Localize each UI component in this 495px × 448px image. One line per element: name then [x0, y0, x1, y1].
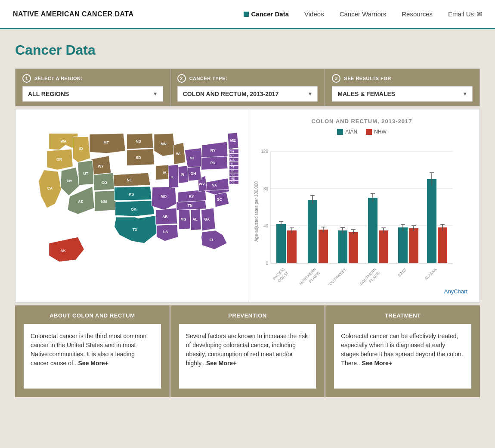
svg-text:WV: WV — [199, 182, 205, 186]
svg-text:AK: AK — [61, 249, 66, 253]
results-filter-number: 3 — [332, 74, 340, 83]
svg-line-99 — [228, 155, 229, 156]
treatment-title: TREATMENT — [334, 312, 471, 319]
nav-cancer-data[interactable]: Cancer Data — [244, 10, 289, 18]
legend-aian: AIAN — [337, 129, 357, 135]
aian-color — [337, 129, 343, 135]
svg-text:EAST: EAST — [397, 267, 408, 277]
bar-northernplains-nhw — [319, 230, 328, 263]
svg-text:IL: IL — [170, 175, 174, 179]
svg-text:RI: RI — [231, 163, 234, 166]
svg-text:NY: NY — [210, 148, 216, 152]
svg-text:NM: NM — [101, 199, 107, 204]
svg-text:IA: IA — [163, 171, 167, 175]
page-title: Cancer Data — [15, 42, 480, 58]
nav-email-us[interactable]: Email Us ✉ — [448, 10, 482, 18]
region-filter-section: 1 SELECT A REGION: ALL REGIONS PACIFIC C… — [15, 69, 170, 106]
svg-text:WY: WY — [98, 164, 104, 168]
svg-text:SD: SD — [136, 156, 141, 160]
svg-text:OH: OH — [191, 171, 196, 176]
filter-bar: 1 SELECT A REGION: ALL REGIONS PACIFIC C… — [15, 68, 480, 106]
info-row: ABOUT COLON AND RECTUM Colorectal cancer… — [15, 305, 480, 397]
svg-text:TX: TX — [133, 227, 137, 232]
svg-text:TN: TN — [188, 203, 193, 208]
region-select-wrapper: ALL REGIONS PACIFIC COAST NORTHERN PLAIN… — [22, 86, 163, 102]
svg-text:AL: AL — [192, 217, 198, 221]
bar-pacific-aian — [276, 224, 286, 263]
bar-east-aian — [398, 227, 408, 263]
chart-legend: AIAN NHW — [253, 129, 471, 135]
bar-alaska-nhw — [438, 227, 447, 263]
results-select-wrapper: MALES & FEMALES MALES FEMALES — [332, 86, 473, 102]
svg-marker-62 — [205, 178, 229, 191]
svg-text:IN: IN — [180, 172, 184, 177]
svg-text:Age-adjusted rates per 100,000: Age-adjusted rates per 100,000 — [254, 181, 259, 242]
svg-text:120: 120 — [261, 149, 268, 154]
cancer-type-select-wrapper: COLON AND RECTUM, 2013-2017 BREAST, 2013… — [177, 86, 318, 102]
svg-text:DE: DE — [231, 174, 235, 177]
email-icon: ✉ — [476, 10, 482, 18]
about-see-more[interactable]: See More+ — [78, 360, 108, 367]
svg-text:PA: PA — [210, 161, 216, 165]
cancer-type-filter-number: 2 — [177, 74, 186, 83]
legend-nhw: NHW — [366, 129, 387, 135]
svg-text:MD: MD — [231, 177, 235, 180]
treatment-content: Colorectal cancer can be effectively tre… — [334, 324, 471, 389]
bar-southernplains-nhw — [379, 230, 388, 263]
svg-text:UT: UT — [84, 171, 89, 176]
svg-text:NE: NE — [127, 178, 132, 182]
svg-text:OK: OK — [131, 207, 137, 212]
chart-panel: COLON AND RECTUM, 2013-2017 AIAN NHW Age… — [248, 109, 480, 302]
svg-text:CA: CA — [47, 186, 53, 190]
results-filter-label: 3 SEE RESULTS FOR — [332, 74, 473, 83]
svg-text:CT: CT — [231, 166, 235, 169]
bar-pacific-nhw — [287, 230, 297, 263]
svg-text:LA: LA — [163, 230, 168, 234]
bar-southwest-nhw — [349, 232, 358, 263]
svg-text:WI: WI — [176, 152, 181, 156]
bar-chart: Age-adjusted rates per 100,000 0 40 80 1… — [253, 138, 459, 285]
us-map[interactable]: WA OR CA ID MT WY ND — [24, 118, 239, 273]
svg-line-100 — [228, 158, 229, 159]
svg-text:ME: ME — [230, 138, 236, 143]
cancer-type-filter-section: 2 CANCER TYPE: COLON AND RECTUM, 2013-20… — [170, 69, 325, 106]
svg-text:SOUTHWEST: SOUTHWEST — [327, 267, 347, 285]
region-select[interactable]: ALL REGIONS PACIFIC COAST NORTHERN PLAIN… — [22, 86, 163, 102]
prevention-title: PREVENTION — [179, 312, 316, 319]
svg-text:ND: ND — [136, 139, 141, 143]
about-content: Colorectal cancer is the third most comm… — [24, 324, 161, 389]
svg-text:VT: VT — [230, 155, 234, 158]
svg-text:CO: CO — [102, 180, 107, 185]
prevention-see-more[interactable]: See More+ — [206, 360, 236, 367]
chart-credit[interactable]: AnyChart — [253, 286, 471, 296]
treatment-see-more[interactable]: See More+ — [362, 360, 392, 367]
info-box-about: ABOUT COLON AND RECTUM Colorectal cancer… — [15, 305, 170, 397]
cancer-type-filter-label: 2 CANCER TYPE: — [177, 74, 318, 83]
region-filter-number: 1 — [22, 74, 31, 83]
results-select[interactable]: MALES & FEMALES MALES FEMALES — [332, 86, 473, 102]
nav-videos[interactable]: Videos — [304, 10, 324, 18]
svg-text:WA: WA — [61, 139, 67, 143]
prevention-content: Several factors are known to increase th… — [179, 324, 316, 389]
map-panel: WA OR CA ID MT WY ND — [15, 109, 248, 302]
nav-items: Cancer Data Videos Cancer Warriors Resou… — [244, 10, 483, 18]
svg-text:MO: MO — [161, 194, 167, 199]
aian-label: AIAN — [345, 129, 357, 135]
region-filter-label: 1 SELECT A REGION: — [22, 74, 163, 83]
bar-southwest-aian — [338, 230, 347, 263]
svg-text:NJ: NJ — [231, 170, 234, 173]
cancer-type-select[interactable]: COLON AND RECTUM, 2013-2017 BREAST, 2013… — [177, 86, 318, 102]
svg-text:KS: KS — [129, 192, 134, 196]
nav-cancer-warriors[interactable]: Cancer Warriors — [340, 10, 387, 18]
bar-southernplains-aian — [368, 198, 377, 263]
svg-text:ID: ID — [79, 146, 83, 151]
about-title: ABOUT COLON AND RECTUM — [24, 312, 161, 319]
svg-text:MN: MN — [161, 142, 166, 146]
svg-text:KY: KY — [189, 194, 194, 199]
svg-text:0: 0 — [266, 261, 268, 266]
svg-marker-101 — [49, 237, 84, 262]
nav-resources[interactable]: Resources — [402, 10, 433, 18]
results-filter-section: 3 SEE RESULTS FOR MALES & FEMALES MALES … — [325, 69, 480, 106]
chart-svg-container: Age-adjusted rates per 100,000 0 40 80 1… — [253, 138, 471, 286]
bar-alaska-aian — [427, 179, 436, 263]
